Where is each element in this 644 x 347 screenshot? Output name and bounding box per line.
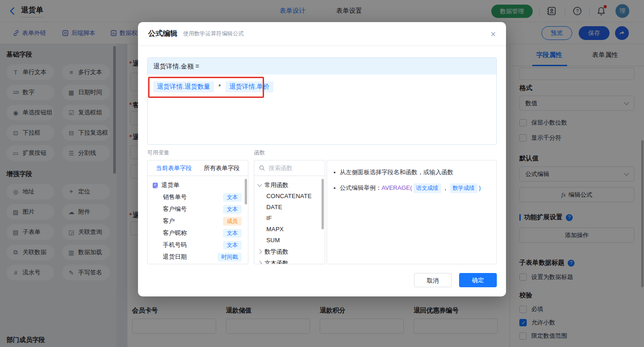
function-group-label: 数学函数	[264, 248, 288, 256]
field-type-badge: 文本	[223, 241, 242, 250]
function-item[interactable]: DATE	[254, 202, 325, 213]
field-type-badge: 成员	[223, 217, 242, 226]
variable-name: 销售单号	[163, 193, 187, 201]
variable-row[interactable]: 销售单号文本	[148, 191, 248, 203]
variable-name: 手机号码	[163, 241, 187, 249]
field-type-badge: 时间戳	[218, 253, 242, 262]
formula-field-chip[interactable]: 退货详情.单价	[225, 81, 273, 92]
field-type-badge: 文本	[223, 193, 242, 202]
formula-editor-modal: 公式编辑 使用数学运算符编辑公式 × 退货详情.金额 = 退货详情.退货数量 *…	[138, 22, 506, 296]
chevron-right-icon	[258, 261, 262, 264]
function-item[interactable]: CONCATENATE	[254, 191, 325, 202]
cancel-button[interactable]: 取消	[414, 273, 452, 287]
function-group-text[interactable]: 文本函数	[254, 257, 325, 264]
tab-current-form-fields[interactable]: 当前表单字段	[156, 164, 192, 172]
variable-name: 客户昵称	[163, 229, 187, 237]
formula-editor-box[interactable]: 退货详情.金额 = 退货详情.退货数量 * 退货详情.单价	[147, 57, 497, 145]
variable-row[interactable]: 手机号码文本	[148, 239, 248, 251]
form-root-node[interactable]: 退货单	[148, 179, 248, 191]
modal-header: 公式编辑 使用数学运算符编辑公式 ×	[138, 22, 506, 46]
functions-label: 函数	[254, 149, 265, 157]
help-panel: • 从左侧面板选择字段名和函数，或输入函数 • 公式编辑举例：AVERAGE(语…	[327, 160, 497, 264]
field-type-badge: 文本	[223, 205, 242, 214]
help-line-1: • 从左侧面板选择字段名和函数，或输入函数	[334, 168, 490, 176]
functions-panel: 搜索函数 常用函数 CONCATENATE DATE IF MAPX SUM 数…	[254, 160, 325, 264]
help-text: 从左侧面板选择字段名和函数，或输入函数	[340, 168, 454, 176]
function-list: 常用函数 CONCATENATE DATE IF MAPX SUM 数学函数 文…	[254, 176, 325, 264]
tab-all-form-fields[interactable]: 所有表单字段	[204, 164, 240, 172]
chevron-down-icon	[258, 182, 262, 187]
search-placeholder: 搜索函数	[269, 164, 293, 172]
functions-scrollbar[interactable]	[322, 179, 324, 229]
variable-name: 客户	[163, 217, 175, 225]
confirm-button[interactable]: 确定	[459, 273, 497, 287]
function-group-label: 常用函数	[264, 181, 288, 189]
function-search[interactable]: 搜索函数	[254, 160, 325, 176]
function-item[interactable]: MAPX	[254, 224, 325, 235]
variables-tabs: 当前表单字段 所有表单字段	[148, 160, 248, 176]
variables-panel: 当前表单字段 所有表单字段 退货单 销售单号文本 客户编号文本 客户成员 客户昵…	[147, 160, 248, 264]
variables-label: 可用变量	[147, 149, 169, 157]
paren-open: (	[410, 184, 412, 191]
form-doc-icon	[152, 182, 158, 188]
help-line-2: • 公式编辑举例：AVERAGE(语文成绩，数学成绩)	[334, 183, 490, 193]
help-example-prefix: 公式编辑举例：	[340, 184, 382, 191]
bullet-icon: •	[334, 169, 336, 176]
paren-close: )	[479, 184, 481, 191]
function-item[interactable]: SUM	[254, 235, 325, 246]
variable-row[interactable]: 客户编号文本	[148, 203, 248, 215]
formula-target: 退货详情.金额 =	[148, 58, 496, 74]
modal-subtitle: 使用数学运算符编辑公式	[183, 30, 244, 38]
modal-title: 公式编辑	[148, 29, 178, 39]
field-type-badge: 文本	[223, 229, 242, 238]
variables-scrollbar[interactable]	[245, 179, 247, 205]
variable-row[interactable]: 客户成员	[148, 215, 248, 227]
help-example: 公式编辑举例：AVERAGE(语文成绩，数学成绩)	[340, 183, 481, 193]
variable-row[interactable]: 客户昵称文本	[148, 227, 248, 239]
chevron-right-icon	[258, 250, 262, 254]
formula-body[interactable]: 退货详情.退货数量 * 退货详情.单价	[148, 74, 496, 99]
search-icon	[259, 165, 265, 171]
close-icon[interactable]: ×	[490, 29, 496, 39]
formula-field-chip[interactable]: 退货详情.退货数量	[153, 81, 214, 92]
formula-operator: *	[218, 83, 221, 90]
function-item[interactable]: IF	[254, 213, 325, 224]
bullet-icon: •	[334, 185, 336, 192]
function-name: AVERAGE	[382, 184, 410, 191]
variables-tree: 退货单 销售单号文本 客户编号文本 客户成员 客户昵称文本 手机号码文本 退货日…	[148, 176, 248, 263]
comma: ，	[443, 184, 448, 191]
function-group-math[interactable]: 数学函数	[254, 246, 325, 257]
example-field-chip: 语文成绩	[414, 183, 441, 193]
function-group-label: 文本函数	[264, 259, 288, 265]
example-field-chip: 数学成绩	[450, 183, 477, 193]
variable-row[interactable]: 退货日期时间戳	[148, 251, 248, 263]
variable-name: 退货日期	[163, 253, 187, 261]
variable-name: 客户编号	[163, 205, 187, 213]
form-root-label: 退货单	[161, 181, 179, 189]
function-group-common[interactable]: 常用函数	[254, 179, 325, 191]
